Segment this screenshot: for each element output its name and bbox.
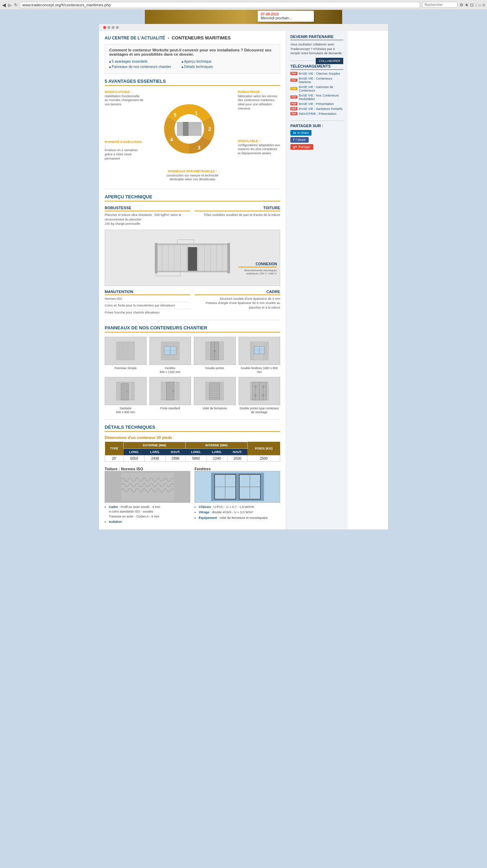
details-title: DÉTAILS TECHNIQUES (105, 424, 280, 432)
panneau-simple-img (105, 337, 147, 365)
link-details[interactable]: Détails techniques (184, 65, 213, 69)
main-content: AU CENTRE DE L'ACTUALITÉ › CONTENEURS MA… (99, 31, 286, 529)
panneau-porte-standard: Porte standard (149, 377, 191, 414)
google-label: Partager (298, 145, 311, 149)
linkedin-share-button[interactable]: in in share (290, 130, 312, 136)
svg-text:5: 5 (174, 112, 177, 118)
panneau-simple-label: Panneau Simple (105, 366, 147, 370)
svg-rect-23 (188, 247, 197, 272)
toiture-label: TOITURE (195, 206, 280, 211)
home-icon[interactable]: ⌂ (479, 2, 481, 7)
star-icon[interactable]: ★ (465, 2, 469, 7)
connexion-desc: Branchements électriques extérieurs 220 … (238, 269, 277, 275)
panneau-sanitaire: Sanitaire600 x 800 mm (105, 377, 147, 414)
th-haut1: HAUT. (166, 448, 186, 455)
sidebar-downloads-title: TÉLÉCHARGEMENTS (290, 64, 343, 70)
pdf-item-3[interactable]: PDF BASE VIE : Gammes de Conteneurs (290, 85, 343, 92)
google-share-button[interactable]: g+ Partager (290, 144, 313, 150)
pdf-item-1[interactable]: PDF BASE VIE : Citernes Souples (290, 72, 343, 75)
fenetres-img (195, 471, 280, 503)
breadcrumb-parent[interactable]: AU CENTRE DE L'ACTUALITÉ (105, 36, 165, 41)
sidebar-downloads-section: TÉLÉCHARGEMENTS PDF BASE VIE : Citernes … (290, 64, 343, 116)
td-type: 20' (105, 455, 124, 461)
pdf-item-2[interactable]: PDF BASE VIE : Conteneurs Maritime (290, 77, 343, 84)
url-bar[interactable]: www.tradeconcept.org/fr/conteneurs_marit… (20, 2, 420, 8)
fenetres-title: Fenêtres (195, 467, 280, 471)
panneau-porte-standard-label: Porte standard (149, 407, 191, 410)
donut-chart: 1 2 3 4 5 (158, 97, 221, 161)
browser-chrome: ◀ ▶ ↻ www.tradeconcept.org/fr/conteneurs… (0, 0, 487, 10)
pdf-item-4[interactable]: PDF BASE VIE : Nos Conteneurs Modulables (290, 94, 343, 101)
toiture-item: TOITURE Tôles ondulées soudées de part e… (195, 206, 280, 226)
connexion-block: CONNEXION Branchements électriques extér… (238, 262, 277, 275)
dim-subtitle: Dimensions d'un conteneur 20 pieds (105, 435, 280, 440)
sidebar-partner-title: DEVENIR PARTENAIRE (290, 35, 343, 40)
svg-rect-26 (156, 271, 229, 272)
avantages-title: 5 AVANTAGES ESSENTIELS (105, 79, 280, 86)
refresh-btn[interactable]: ↻ (14, 2, 18, 7)
table-row: 20' 6058 2438 2896 5860 2240 2500 2500 (105, 455, 280, 461)
th-long1: LONG. (124, 448, 145, 455)
dot-inactive-1[interactable] (107, 26, 110, 29)
facebook-label: f Share (296, 138, 306, 142)
dots-nav (99, 24, 388, 31)
pdf-badge-2: PDF (290, 79, 297, 82)
facebook-share-button[interactable]: f f Share (290, 137, 309, 143)
linkedin-label: in share (297, 131, 309, 135)
breadcrumb-current: CONTENEURS MARITIMES (172, 35, 231, 41)
pdf-item-7[interactable]: PDF INDUSTRIE : Présentation (290, 112, 343, 116)
td-long2: 5860 (185, 455, 206, 461)
svg-rect-28 (227, 243, 230, 273)
toiture-fenetres-grid: Toiture : Normes ISO Cadre : Profil en (105, 467, 280, 525)
avantage-panneaux: PANNEAUX PARAMÉTRABLES : construction su… (161, 169, 224, 182)
toiture-specs: Cadre : Profil en acier soudé - 4 mm4 co… (105, 505, 190, 525)
pdf-item-6[interactable]: PDF BASE VIE : Sanitaires Portatifs (290, 107, 343, 111)
download-icon[interactable]: ↓ (475, 2, 477, 7)
pdf-text-4: BASE VIE : Nos Conteneurs Modulables (299, 94, 343, 101)
connexion-label: CONNEXION (238, 262, 277, 267)
manutention-sub2: Coins en fonte pour la manutention par é… (105, 303, 190, 308)
panneau-double-conteneur: Double portes type conteneur de stockage (239, 377, 281, 414)
forward-btn[interactable]: ▶ (8, 2, 12, 8)
breadcrumb-separator: › (168, 36, 169, 41)
intro-box: Comment le conteneur Worksite peut-il co… (105, 44, 280, 74)
svg-text:1: 1 (195, 110, 198, 116)
pdf-item-5[interactable]: PDF BASE VIE : Présentation (290, 102, 343, 106)
td-larg2: 2240 (206, 455, 227, 461)
th-interne: INTERNE (MM) (185, 442, 247, 448)
notification-text: Mercredi prochain... (261, 16, 311, 20)
pdf-badge-1: PDF (290, 72, 297, 75)
menu-icon[interactable]: ≡ (482, 2, 485, 7)
panneau-fenetre-label: Fenêtre800 x 1100 mm (149, 366, 191, 374)
link-apercu[interactable]: Aperçu technique (184, 60, 212, 63)
cadre-label: CADRE (195, 290, 280, 295)
settings-icon[interactable]: ⚙ (460, 2, 463, 7)
avantages-area: MODIFICATIONS : réabilitation fonctionne… (105, 90, 280, 182)
panneau-double-portes-img (194, 337, 236, 365)
manutention-sub3: Prises fourche pour chariots élévateurs (105, 310, 190, 315)
intro-links: 5 avantages essentiels Panneaux de nos c… (109, 59, 276, 70)
link-avantages[interactable]: 5 avantages essentiels (112, 60, 148, 63)
pdf-text-2: BASE VIE : Conteneurs Maritime (299, 77, 343, 84)
top-banner: 07-09-2015 Mercredi prochain... (145, 10, 342, 24)
cadre-item: CADRE Structure soudée d'une épaisseur d… (195, 290, 280, 315)
panneau-double-fenetres-label: Double fenêtres 1600 x 800 mm (239, 366, 281, 374)
dot-inactive-3[interactable] (116, 26, 119, 29)
collab-button[interactable]: COLLABORER (316, 58, 343, 64)
pdf-badge-6: PDF (290, 107, 297, 110)
fenetres-specs: Châssis : U-PVC - U = 0.7 - 1.8 W/m²K Vi… (195, 505, 280, 521)
robustesse-desc: Plancher et toiture ultra résistants : 5… (105, 213, 190, 226)
link-panneaux[interactable]: Panneaux de nos conteneurs chantier (112, 65, 171, 69)
avantage-modulable: MODULABLE : configurations adaptables au… (238, 139, 280, 156)
notification-date: 07-09-2015 (261, 12, 311, 16)
dot-active[interactable] (103, 26, 106, 29)
search-input[interactable] (422, 2, 457, 8)
fenetres-block: Fenêtres (195, 467, 280, 525)
dot-inactive-2[interactable] (112, 26, 115, 29)
svg-rect-25 (156, 243, 229, 244)
bookmark-icon[interactable]: ⊡ (470, 2, 474, 7)
panneau-double-conteneur-img (239, 377, 281, 405)
svg-text:3: 3 (198, 145, 201, 150)
back-btn[interactable]: ◀ (2, 2, 6, 8)
toiture-desc: Tôles ondulées soudées de part et d'autr… (195, 213, 280, 217)
